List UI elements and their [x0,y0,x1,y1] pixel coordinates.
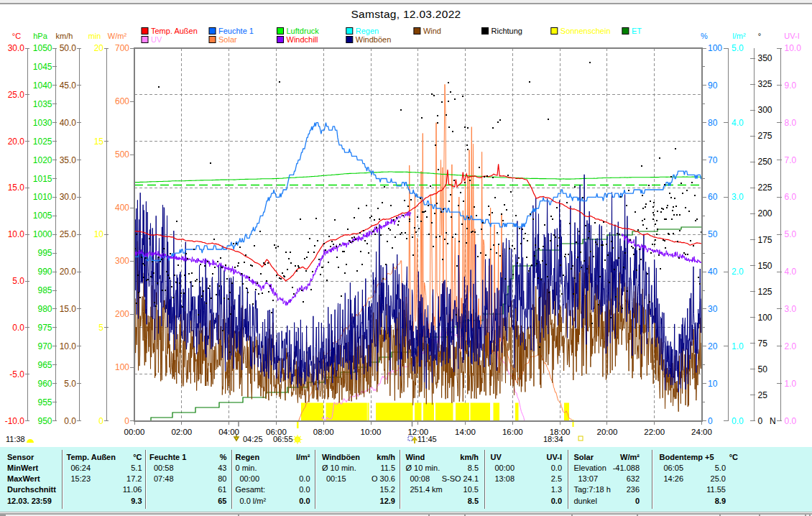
svg-text:980: 980 [37,304,52,314]
svg-text:1005: 1005 [33,211,52,221]
svg-text:Richtung: Richtung [492,27,522,35]
svg-text:W/m²: W/m² [108,32,127,40]
svg-text:70: 70 [708,155,718,165]
svg-text:Solar: Solar [218,35,237,44]
svg-text:°C: °C [12,32,21,40]
svg-text:970: 970 [37,341,52,351]
svg-text:90: 90 [708,80,718,91]
svg-text:2.0: 2.0 [732,267,744,277]
svg-text:9.0: 9.0 [785,80,797,91]
svg-text:0: 0 [708,416,713,426]
svg-text:1045: 1045 [33,62,52,72]
svg-text:1025: 1025 [33,137,52,147]
svg-text:1.0: 1.0 [785,379,797,389]
svg-text:200: 200 [115,309,129,319]
svg-text:3.0: 3.0 [785,304,797,314]
svg-text:Wind: Wind [423,27,441,35]
svg-text:1020: 1020 [33,155,52,165]
svg-text:175: 175 [758,235,772,245]
svg-text:1050: 1050 [33,43,52,53]
svg-text:125: 125 [758,287,772,297]
svg-text:%: % [701,32,708,40]
svg-text:Windböen: Windböen [356,35,392,44]
svg-text:35.0: 35.0 [60,155,77,165]
svg-text:20: 20 [708,341,718,351]
svg-text:UV: UV [151,35,162,44]
svg-text:Luftdruck: Luftdruck [287,27,320,35]
svg-text:Samstag, 12.03.2022: Samstag, 12.03.2022 [351,8,461,20]
svg-text:14:00: 14:00 [455,428,476,436]
svg-text:5.0: 5.0 [12,276,24,286]
svg-text:700: 700 [115,43,129,53]
svg-text:250: 250 [758,157,772,167]
svg-text:ET: ET [632,27,642,35]
svg-text:1035: 1035 [33,99,52,109]
svg-text:20.0: 20.0 [8,137,25,147]
svg-text:UV-I: UV-I [784,32,799,40]
svg-text:60: 60 [708,192,718,202]
svg-text:985: 985 [37,285,52,295]
svg-text:18:34: 18:34 [543,435,563,443]
svg-text:50.0: 50.0 [60,43,77,53]
svg-text:80: 80 [708,118,718,128]
svg-text:5.0: 5.0 [732,43,744,53]
svg-text:30.0: 30.0 [60,192,77,202]
svg-text:16:00: 16:00 [502,428,523,436]
svg-text:7.0: 7.0 [785,155,797,165]
svg-text:0: 0 [98,416,103,426]
svg-text:225: 225 [758,183,772,193]
svg-text:°: ° [758,32,761,40]
svg-text:00:00: 00:00 [124,428,145,436]
svg-text:350: 350 [758,53,772,63]
svg-text:min: min [88,32,101,40]
svg-text:100: 100 [115,362,129,372]
svg-text:08:00: 08:00 [313,428,334,436]
svg-text:5: 5 [98,323,103,333]
svg-text:15: 15 [94,137,104,147]
svg-text:50: 50 [758,364,768,374]
svg-text:20:00: 20:00 [597,428,618,436]
svg-text:30.0: 30.0 [8,43,25,53]
svg-text:l/m²: l/m² [732,32,746,40]
svg-text:10.0: 10.0 [8,229,25,239]
svg-text:Regen: Regen [356,27,379,35]
svg-text:40: 40 [708,267,718,277]
svg-text:600: 600 [115,96,129,106]
svg-text:4.0: 4.0 [732,118,744,128]
svg-text:1010: 1010 [33,192,52,202]
svg-text:04:00: 04:00 [218,428,239,436]
svg-text:1040: 1040 [33,80,52,91]
svg-text:Sonnenschein: Sonnenschein [560,27,611,35]
svg-text:8.0: 8.0 [785,118,797,128]
svg-text:275: 275 [758,131,772,141]
svg-text:325: 325 [758,79,772,89]
svg-text:955: 955 [37,397,52,407]
svg-text:4.0: 4.0 [785,267,797,277]
svg-text:km/h: km/h [56,32,73,40]
svg-text:25.0: 25.0 [60,229,77,239]
svg-text:500: 500 [115,149,129,160]
svg-text:22:00: 22:00 [644,428,665,436]
svg-text:10.0: 10.0 [60,341,77,351]
svg-text:995: 995 [37,248,52,258]
svg-text:30: 30 [708,304,718,314]
svg-text:0.0: 0.0 [12,323,24,333]
svg-text:75: 75 [758,338,768,349]
svg-text:3.0: 3.0 [732,192,744,202]
svg-text:0.0: 0.0 [64,416,76,426]
svg-text:06:55: 06:55 [273,435,293,443]
svg-text:Feuchte 1: Feuchte 1 [218,27,254,35]
svg-text:hPa: hPa [33,32,47,40]
svg-text:1030: 1030 [33,118,52,128]
svg-text:11:38: 11:38 [6,435,25,443]
svg-text:300: 300 [758,105,772,115]
svg-text:0: 0 [124,416,129,426]
svg-text:-10.0: -10.0 [5,416,25,426]
svg-text:11:45: 11:45 [417,435,437,443]
svg-text:200: 200 [758,208,772,218]
svg-text:24:00: 24:00 [691,428,712,436]
svg-text:300: 300 [115,256,129,266]
svg-text:0.0: 0.0 [732,416,744,426]
svg-text:100: 100 [708,43,722,53]
svg-text:960: 960 [37,379,52,389]
